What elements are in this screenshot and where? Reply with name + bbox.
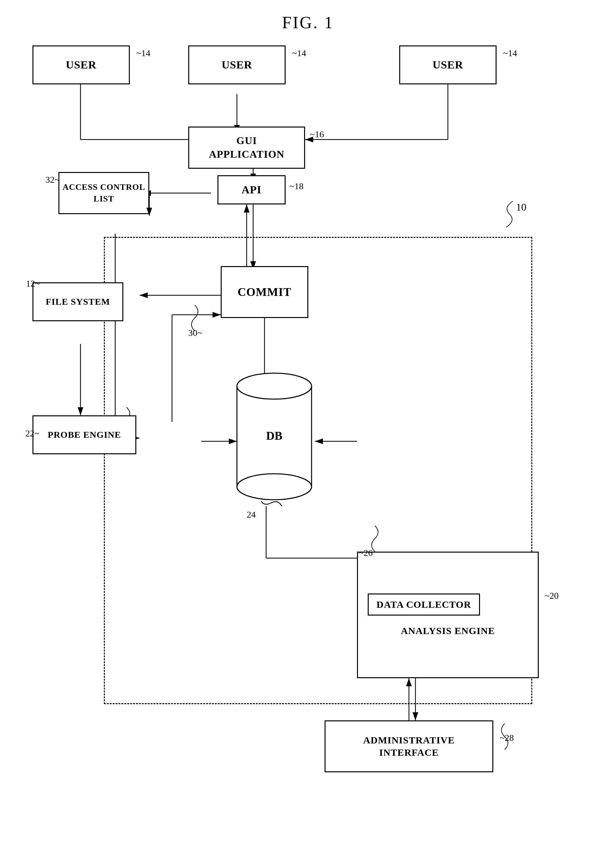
ref-api: ~18 [289, 181, 304, 192]
ref-10: 10 [516, 201, 527, 213]
ref-admin-interface: ~28 [500, 733, 514, 743]
ref-gui-app: ~16 [310, 129, 324, 139]
commit-box: COMMIT [221, 266, 308, 318]
user-box-1: USER [32, 45, 130, 84]
diagram: FIG. 1 [0, 0, 616, 844]
access-control-box: ACCESS CONTROL LIST [59, 172, 149, 214]
data-collector-inner-box: DATA COLLECTOR [368, 593, 480, 615]
db-svg: DB [234, 367, 315, 506]
api-box: API [217, 175, 286, 204]
analysis-engine-label: ANALYSIS ENGINE [401, 625, 495, 636]
diagram-title: FIG. 1 [282, 13, 334, 32]
ref-access-control: 32~ [45, 174, 59, 185]
file-system-box: FILE SYSTEM [32, 282, 123, 321]
svg-text:DB: DB [266, 429, 282, 442]
svg-point-26 [237, 474, 312, 500]
ref-analysis-engine: ~20 [545, 591, 559, 601]
admin-interface-box: ADMINISTRATIVE INTERFACE [324, 720, 493, 772]
ref-probe-engine: 22~ [25, 428, 39, 439]
ref-user2: ~14 [292, 48, 306, 59]
db-cylinder: DB [234, 367, 315, 506]
ref-data-collector: ~26 [359, 548, 373, 558]
ref-db: 24 [246, 510, 256, 520]
user-box-3: USER [399, 45, 497, 84]
ref-commit: 30~ [188, 328, 202, 338]
ref-user1: ~14 [136, 48, 150, 59]
analysis-engine-box: DATA COLLECTOR ANALYSIS ENGINE [357, 552, 539, 678]
svg-point-25 [237, 373, 312, 399]
ref-file-system: 12~ [26, 278, 40, 289]
probe-engine-box: PROBE ENGINE [32, 415, 136, 454]
ref-user3: ~14 [503, 48, 517, 59]
gui-application-box: GUI APPLICATION [188, 126, 305, 169]
user-box-2: USER [188, 45, 286, 84]
